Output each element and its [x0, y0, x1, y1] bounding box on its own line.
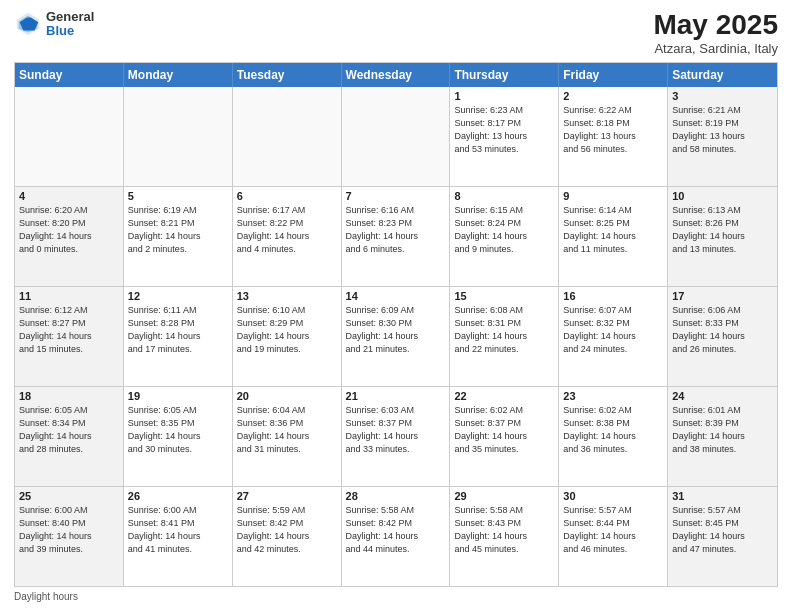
cell-info: Sunrise: 6:06 AM Sunset: 8:33 PM Dayligh…: [672, 304, 773, 356]
calendar-cell: 22Sunrise: 6:02 AM Sunset: 8:37 PM Dayli…: [450, 387, 559, 486]
cell-info: Sunrise: 6:21 AM Sunset: 8:19 PM Dayligh…: [672, 104, 773, 156]
calendar-header-cell: Saturday: [668, 63, 777, 87]
day-number: 11: [19, 290, 119, 302]
calendar-cell: 27Sunrise: 5:59 AM Sunset: 8:42 PM Dayli…: [233, 487, 342, 586]
cell-info: Sunrise: 6:00 AM Sunset: 8:40 PM Dayligh…: [19, 504, 119, 556]
location: Atzara, Sardinia, Italy: [653, 41, 778, 56]
day-number: 13: [237, 290, 337, 302]
cell-info: Sunrise: 6:05 AM Sunset: 8:34 PM Dayligh…: [19, 404, 119, 456]
calendar-cell: 26Sunrise: 6:00 AM Sunset: 8:41 PM Dayli…: [124, 487, 233, 586]
day-number: 10: [672, 190, 773, 202]
cell-info: Sunrise: 6:22 AM Sunset: 8:18 PM Dayligh…: [563, 104, 663, 156]
calendar-row: 18Sunrise: 6:05 AM Sunset: 8:34 PM Dayli…: [15, 386, 777, 486]
calendar-cell: 8Sunrise: 6:15 AM Sunset: 8:24 PM Daylig…: [450, 187, 559, 286]
month-year: May 2025: [653, 10, 778, 41]
calendar-header-cell: Sunday: [15, 63, 124, 87]
calendar-cell: 23Sunrise: 6:02 AM Sunset: 8:38 PM Dayli…: [559, 387, 668, 486]
calendar-cell: 4Sunrise: 6:20 AM Sunset: 8:20 PM Daylig…: [15, 187, 124, 286]
calendar-cell: 12Sunrise: 6:11 AM Sunset: 8:28 PM Dayli…: [124, 287, 233, 386]
calendar: SundayMondayTuesdayWednesdayThursdayFrid…: [14, 62, 778, 587]
cell-info: Sunrise: 6:19 AM Sunset: 8:21 PM Dayligh…: [128, 204, 228, 256]
cell-info: Sunrise: 6:05 AM Sunset: 8:35 PM Dayligh…: [128, 404, 228, 456]
day-number: 9: [563, 190, 663, 202]
calendar-cell: 5Sunrise: 6:19 AM Sunset: 8:21 PM Daylig…: [124, 187, 233, 286]
calendar-cell: 18Sunrise: 6:05 AM Sunset: 8:34 PM Dayli…: [15, 387, 124, 486]
cell-info: Sunrise: 6:15 AM Sunset: 8:24 PM Dayligh…: [454, 204, 554, 256]
calendar-header-cell: Monday: [124, 63, 233, 87]
title-block: May 2025 Atzara, Sardinia, Italy: [653, 10, 778, 56]
calendar-cell: 2Sunrise: 6:22 AM Sunset: 8:18 PM Daylig…: [559, 87, 668, 186]
calendar-header-cell: Friday: [559, 63, 668, 87]
calendar-cell: 25Sunrise: 6:00 AM Sunset: 8:40 PM Dayli…: [15, 487, 124, 586]
cell-info: Sunrise: 6:03 AM Sunset: 8:37 PM Dayligh…: [346, 404, 446, 456]
calendar-cell: 9Sunrise: 6:14 AM Sunset: 8:25 PM Daylig…: [559, 187, 668, 286]
calendar-cell: 1Sunrise: 6:23 AM Sunset: 8:17 PM Daylig…: [450, 87, 559, 186]
day-number: 29: [454, 490, 554, 502]
calendar-header-cell: Tuesday: [233, 63, 342, 87]
logo-icon: [14, 10, 42, 38]
day-number: 5: [128, 190, 228, 202]
cell-info: Sunrise: 5:59 AM Sunset: 8:42 PM Dayligh…: [237, 504, 337, 556]
day-number: 24: [672, 390, 773, 402]
calendar-cell: 24Sunrise: 6:01 AM Sunset: 8:39 PM Dayli…: [668, 387, 777, 486]
cell-info: Sunrise: 6:13 AM Sunset: 8:26 PM Dayligh…: [672, 204, 773, 256]
calendar-cell: 7Sunrise: 6:16 AM Sunset: 8:23 PM Daylig…: [342, 187, 451, 286]
day-number: 12: [128, 290, 228, 302]
calendar-row: 25Sunrise: 6:00 AM Sunset: 8:40 PM Dayli…: [15, 486, 777, 586]
calendar-cell: 31Sunrise: 5:57 AM Sunset: 8:45 PM Dayli…: [668, 487, 777, 586]
cell-info: Sunrise: 5:58 AM Sunset: 8:42 PM Dayligh…: [346, 504, 446, 556]
calendar-cell: 6Sunrise: 6:17 AM Sunset: 8:22 PM Daylig…: [233, 187, 342, 286]
cell-info: Sunrise: 6:04 AM Sunset: 8:36 PM Dayligh…: [237, 404, 337, 456]
day-number: 1: [454, 90, 554, 102]
calendar-row: 1Sunrise: 6:23 AM Sunset: 8:17 PM Daylig…: [15, 87, 777, 186]
cell-info: Sunrise: 6:02 AM Sunset: 8:37 PM Dayligh…: [454, 404, 554, 456]
day-number: 8: [454, 190, 554, 202]
day-number: 18: [19, 390, 119, 402]
calendar-cell: 28Sunrise: 5:58 AM Sunset: 8:42 PM Dayli…: [342, 487, 451, 586]
calendar-cell: 30Sunrise: 5:57 AM Sunset: 8:44 PM Dayli…: [559, 487, 668, 586]
day-number: 14: [346, 290, 446, 302]
day-number: 2: [563, 90, 663, 102]
day-number: 31: [672, 490, 773, 502]
day-number: 30: [563, 490, 663, 502]
day-number: 3: [672, 90, 773, 102]
calendar-cell: 17Sunrise: 6:06 AM Sunset: 8:33 PM Dayli…: [668, 287, 777, 386]
cell-info: Sunrise: 6:11 AM Sunset: 8:28 PM Dayligh…: [128, 304, 228, 356]
day-number: 25: [19, 490, 119, 502]
cell-info: Sunrise: 6:00 AM Sunset: 8:41 PM Dayligh…: [128, 504, 228, 556]
day-number: 7: [346, 190, 446, 202]
day-number: 23: [563, 390, 663, 402]
cell-info: Sunrise: 6:12 AM Sunset: 8:27 PM Dayligh…: [19, 304, 119, 356]
day-number: 4: [19, 190, 119, 202]
day-number: 26: [128, 490, 228, 502]
cell-info: Sunrise: 5:57 AM Sunset: 8:45 PM Dayligh…: [672, 504, 773, 556]
day-number: 17: [672, 290, 773, 302]
cell-info: Sunrise: 6:07 AM Sunset: 8:32 PM Dayligh…: [563, 304, 663, 356]
cell-info: Sunrise: 5:58 AM Sunset: 8:43 PM Dayligh…: [454, 504, 554, 556]
day-number: 6: [237, 190, 337, 202]
calendar-cell: 14Sunrise: 6:09 AM Sunset: 8:30 PM Dayli…: [342, 287, 451, 386]
day-number: 22: [454, 390, 554, 402]
cell-info: Sunrise: 6:16 AM Sunset: 8:23 PM Dayligh…: [346, 204, 446, 256]
calendar-cell: 11Sunrise: 6:12 AM Sunset: 8:27 PM Dayli…: [15, 287, 124, 386]
calendar-header-cell: Wednesday: [342, 63, 451, 87]
calendar-cell: 29Sunrise: 5:58 AM Sunset: 8:43 PM Dayli…: [450, 487, 559, 586]
cell-info: Sunrise: 6:01 AM Sunset: 8:39 PM Dayligh…: [672, 404, 773, 456]
cell-info: Sunrise: 6:23 AM Sunset: 8:17 PM Dayligh…: [454, 104, 554, 156]
cell-info: Sunrise: 6:20 AM Sunset: 8:20 PM Dayligh…: [19, 204, 119, 256]
calendar-row: 4Sunrise: 6:20 AM Sunset: 8:20 PM Daylig…: [15, 186, 777, 286]
calendar-cell: 16Sunrise: 6:07 AM Sunset: 8:32 PM Dayli…: [559, 287, 668, 386]
calendar-cell: 19Sunrise: 6:05 AM Sunset: 8:35 PM Dayli…: [124, 387, 233, 486]
calendar-cell: [124, 87, 233, 186]
calendar-cell: [15, 87, 124, 186]
cell-info: Sunrise: 6:14 AM Sunset: 8:25 PM Dayligh…: [563, 204, 663, 256]
header: General Blue May 2025 Atzara, Sardinia, …: [14, 10, 778, 56]
calendar-body: 1Sunrise: 6:23 AM Sunset: 8:17 PM Daylig…: [15, 87, 777, 586]
page: General Blue May 2025 Atzara, Sardinia, …: [0, 0, 792, 612]
calendar-cell: 13Sunrise: 6:10 AM Sunset: 8:29 PM Dayli…: [233, 287, 342, 386]
calendar-row: 11Sunrise: 6:12 AM Sunset: 8:27 PM Dayli…: [15, 286, 777, 386]
cell-info: Sunrise: 6:08 AM Sunset: 8:31 PM Dayligh…: [454, 304, 554, 356]
calendar-cell: 10Sunrise: 6:13 AM Sunset: 8:26 PM Dayli…: [668, 187, 777, 286]
cell-info: Sunrise: 5:57 AM Sunset: 8:44 PM Dayligh…: [563, 504, 663, 556]
day-number: 27: [237, 490, 337, 502]
